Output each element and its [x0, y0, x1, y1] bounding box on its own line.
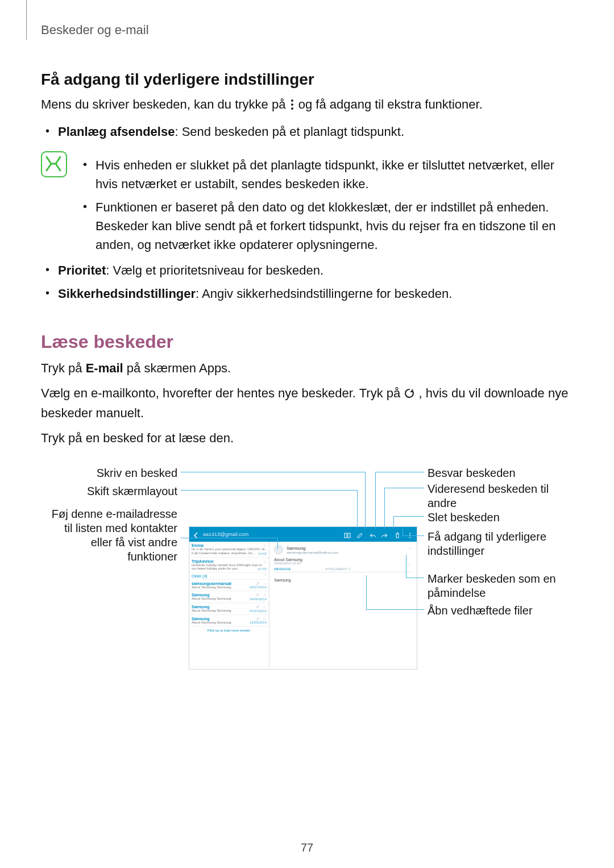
bullet-priority: Prioritet: Vælg et prioritetsniveau for … [41, 261, 573, 280]
page-number: 77 [0, 841, 614, 854]
tab-attachment[interactable]: ATTACHMENT 1 [325, 567, 351, 571]
reply-icon[interactable] [369, 531, 376, 538]
bullet-schedule-send: Planlæg afsendelse: Send beskeden på et … [41, 122, 573, 141]
svg-point-0 [291, 99, 293, 102]
text: : Angiv sikkerhedsindstillingerne for be… [196, 286, 452, 301]
callout-delete: Slet beskeden [428, 510, 575, 525]
svg-point-6 [409, 533, 410, 534]
list-item[interactable]: 🖇 ☆ samsungusermanual About Samsung Sams… [189, 580, 269, 592]
refresh-icon [404, 386, 415, 404]
sender: TripAdvisor [192, 559, 267, 563]
note-bullet-2: Funktionen er baseret på den dato og det… [78, 198, 573, 254]
list-item[interactable]: 🖇 ☆ Samsung About Samsung Samsung 13/05/… [189, 615, 269, 627]
breadcrumb: Beskeder og e-mail [41, 23, 573, 38]
text: : Send beskeden på et planlagt tidspunkt… [175, 124, 404, 139]
paragraph-select-account: Vælg en e-mailkonto, hvorefter der hente… [41, 384, 573, 422]
paperclip-icon: 🖇 [256, 617, 260, 621]
email-app-screenshot: aa1413@gmail.com ☆ Emma Hi, it all, h [189, 526, 417, 670]
from-address: samsungusermanual@yahoo.com [287, 551, 338, 554]
divider [274, 572, 412, 572]
label: Older (4) [192, 574, 208, 578]
text: : Vælg et prioritetsniveau for beskeden. [106, 263, 323, 277]
chevron-down-icon[interactable]: ˅ [409, 547, 411, 553]
svg-rect-5 [348, 533, 350, 538]
svg-point-1 [291, 103, 293, 106]
back-icon[interactable] [193, 531, 200, 538]
date: 04/06/2014 [250, 597, 267, 601]
note-bullet-1: Hvis enheden er slukket på det planlagte… [78, 156, 573, 193]
svg-point-2 [291, 107, 293, 110]
paperclip-icon: 🖇 [256, 582, 260, 585]
delete-icon[interactable] [394, 531, 401, 538]
label: Sikkerhedsindstillinger [58, 286, 196, 301]
list-item[interactable]: 🖇 ☆ Samsung About Samsung Samsung 07/07/… [189, 603, 269, 615]
paragraph-tap-message: Tryk på en besked for at læse den. [41, 429, 573, 447]
text-strong: E-mail [86, 361, 123, 375]
text: Mens du skriver beskeden, kan du trykke … [41, 97, 289, 111]
compose-icon[interactable] [356, 531, 363, 538]
time: 07:02 [258, 567, 267, 571]
text: Tryk på [41, 361, 86, 375]
snippet: Honolulu holiday rentals from £50/night … [192, 563, 267, 571]
callout-reply: Besvar beskeden [428, 466, 575, 480]
star-icon[interactable]: ☆ [263, 559, 267, 564]
star-icon[interactable]: ☆ [406, 562, 411, 568]
heading-additional-settings: Få adgang til yderligere indstillinger [41, 70, 573, 89]
mail-view: ˅ ☆ Samsung samsungusermanual@yahoo.com … [269, 542, 417, 669]
callout-contact: Føj denne e-mailadresse til listen med k… [41, 507, 177, 564]
callout-more: Få adgang til yderligere indstillinger [428, 530, 575, 558]
text: på skærmen Apps. [123, 361, 231, 375]
tab-message[interactable]: MESSAGE [274, 567, 291, 571]
list-item[interactable]: 🖇 ☆ Samsung About Samsung Samsung 04/06/… [189, 591, 269, 603]
callout-compose: Skriv en besked [41, 466, 177, 480]
star-icon[interactable]: ☆ [263, 543, 267, 549]
list-footer: Flick up to load more emails. [189, 626, 269, 634]
mail-date: 05/06/2014 10:20 [274, 562, 412, 565]
bullet-security: Sikkerhedsindstillinger: Angiv sikkerhed… [41, 284, 573, 303]
paperclip-icon: 🖇 [256, 605, 260, 609]
callout-attachments: Åbn vedhæftede filer [428, 604, 575, 618]
snippet: Hi, it all, here's your personal digest.… [192, 547, 267, 555]
avatar[interactable] [274, 545, 283, 554]
callout-forward: Videresend beskeden til andre [428, 482, 575, 510]
section-read-messages: Læse beskeder [41, 331, 573, 352]
date: 07/07/2014 [250, 609, 267, 613]
label: Prioritet [58, 263, 106, 277]
list-group-older[interactable]: Older (4) ˄ [189, 573, 269, 580]
paragraph-tap-email: Tryk på E-mail på skærmen Apps. [41, 359, 573, 377]
mail-body: Samsung [274, 578, 412, 582]
date: 13/05/2014 [250, 621, 267, 624]
label: Planlæg afsendelse [58, 124, 175, 139]
forward-icon[interactable] [381, 531, 388, 538]
time: 14:42 [258, 552, 267, 555]
account-address[interactable]: aa1413@gmail.com [203, 531, 248, 537]
mail-subject: About Samsung [274, 558, 412, 562]
callout-reminder: Marker beskeden som en påmindelse [428, 572, 575, 600]
mail-list[interactable]: ☆ Emma Hi, it all, here's your personal … [189, 542, 269, 669]
date: 02/07/2014 [250, 585, 267, 589]
layout-icon[interactable] [344, 531, 351, 538]
text: og få adgang til ekstra funktioner. [298, 97, 483, 111]
callout-layout: Skift skærmlayout [41, 484, 177, 499]
from-name: Samsung [287, 546, 338, 551]
note-icon [41, 151, 67, 177]
svg-point-8 [409, 537, 410, 538]
svg-rect-4 [345, 533, 347, 538]
email-reader-diagram: Skriv en besked Skift skærmlayout Føj de… [41, 464, 573, 737]
app-bar: aa1413@gmail.com [189, 527, 417, 542]
list-item[interactable]: ☆ Emma Hi, it all, here's your personal … [189, 542, 269, 557]
more-options-icon [289, 97, 295, 115]
spine-line [26, 0, 27, 40]
paperclip-icon: 🖇 [256, 593, 260, 597]
sender: Emma [192, 543, 267, 547]
paragraph-intro: Mens du skriver beskeden, kan du trykke … [41, 95, 573, 115]
more-options-icon[interactable] [406, 531, 413, 538]
chevron-up-icon: ˄ [264, 574, 267, 579]
text: Vælg en e-mailkonto, hvorefter der hente… [41, 386, 404, 400]
list-item[interactable]: ☆ TripAdvisor Honolulu holiday rentals f… [189, 558, 269, 573]
